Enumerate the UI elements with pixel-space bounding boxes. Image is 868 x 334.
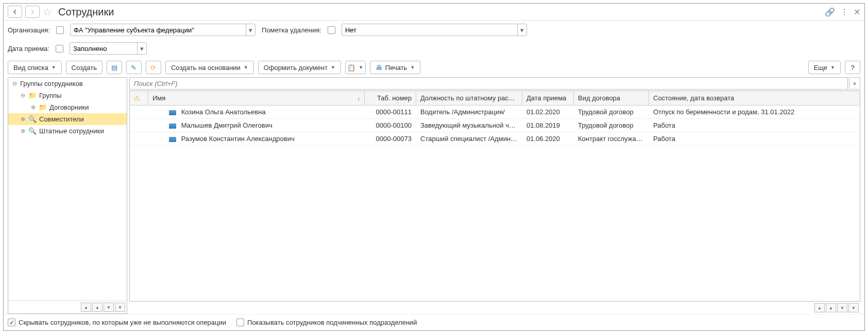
expand-icon[interactable]: ⊕ — [20, 128, 26, 134]
tree-label: Группы сотрудников — [20, 80, 124, 87]
more-button[interactable]: Еще ▼ — [808, 61, 841, 74]
tree-nav-top[interactable]: ▲ — [81, 303, 91, 312]
search-row: × — [129, 77, 860, 90]
printer-icon: 🖶 — [376, 64, 382, 72]
create-based-button[interactable]: Создать на основании ▼ — [165, 61, 254, 74]
tree-staff[interactable]: ⊕ 🔍 Штатные сотрудники — [8, 125, 127, 137]
search-clear-button[interactable]: × — [849, 77, 860, 90]
refresh-button[interactable]: ⟳ — [146, 61, 161, 74]
date-cell: 01.06.2020 — [522, 132, 574, 145]
date-column-header[interactable]: Дата приема — [522, 91, 574, 105]
date-filter-combo[interactable]: ▾ — [70, 42, 147, 55]
state-column-header[interactable]: Состояние, дата возврата — [649, 91, 860, 105]
org-filter-combo[interactable]: ▾ — [70, 24, 256, 36]
state-cell: Работа — [649, 119, 860, 132]
tree-root[interactable]: ⊖ Группы сотрудников — [8, 78, 127, 90]
collapse-icon[interactable]: ⊖ — [20, 92, 26, 99]
org-filter-input[interactable] — [71, 24, 246, 36]
print-button[interactable]: 🖶 Печать ▼ — [370, 61, 421, 74]
tree-groups[interactable]: ⊖ 📁 Группы — [8, 90, 127, 101]
warn-cell — [130, 132, 148, 145]
pos-column-header[interactable]: Должность по штатному распис... — [416, 91, 522, 105]
expand-icon[interactable]: ⊕ — [20, 116, 26, 122]
name-cell: Козина Ольга Анатольевна — [148, 106, 365, 118]
del-filter-label: Пометка удаления: — [262, 26, 321, 34]
date-filter-input[interactable] — [70, 43, 137, 54]
tree-contractors[interactable]: ⊕ 📁 Договорники — [8, 101, 127, 113]
del-filter-checkbox[interactable] — [328, 26, 335, 34]
sort-asc-icon: ↓ — [358, 95, 361, 101]
org-filter-checkbox[interactable] — [56, 26, 64, 34]
nav-forward-button[interactable] — [25, 6, 40, 18]
view-type-button[interactable]: Вид списка ▼ — [8, 61, 62, 74]
grid-row[interactable]: Козина Ольга Анатольевна 0000-00111 Води… — [130, 106, 860, 119]
org-filter-dropdown-icon[interactable]: ▾ — [246, 24, 255, 36]
grid-nav-bottom[interactable]: ▼ — [848, 303, 859, 312]
link-icon[interactable]: 🔗 — [825, 7, 835, 17]
org-filter-label: Организация: — [8, 26, 50, 34]
main-toolbar: Вид списка ▼ Создать ▤ ✎ ⟳ Создать на ос… — [4, 58, 864, 77]
help-button[interactable]: ? — [845, 61, 860, 74]
pos-cell: Водитель /Администрация/ — [416, 106, 522, 118]
warn-cell — [130, 119, 148, 132]
pencil-icon: ✎ — [131, 64, 137, 72]
tree-parttime[interactable]: ⊕ 🔍 Совместители — [8, 113, 127, 125]
search-input[interactable] — [129, 77, 848, 90]
name-cell: Малышев Дмитрий Олегович — [148, 119, 365, 132]
main-window: ☆ Сотрудники 🔗 ⋮ ✕ Организация: ▾ Пометк… — [3, 3, 865, 331]
del-filter-input[interactable] — [342, 24, 517, 36]
bottom-options: Скрывать сотрудников, по которым уже не … — [4, 314, 864, 330]
make-doc-button[interactable]: Оформить документ ▼ — [258, 61, 341, 74]
tree-nav-up[interactable]: ▲ — [92, 303, 103, 312]
create-based-label: Создать на основании — [171, 64, 241, 72]
filter-bar-2: Дата приема: ▾ — [4, 39, 864, 58]
menu-dots-icon[interactable]: ⋮ — [840, 7, 848, 17]
col-date-label: Дата приема — [526, 94, 566, 102]
hide-inactive-checkbox[interactable] — [8, 319, 15, 326]
name-value: Козина Ольга Анатольевна — [181, 108, 266, 116]
type-column-header[interactable]: Вид договора — [574, 91, 649, 105]
edit-button[interactable]: ✎ — [126, 61, 142, 74]
date-filter-checkbox[interactable] — [56, 45, 63, 52]
tab-cell: 0000-00073 — [365, 132, 416, 145]
grid-nav-up[interactable]: ▲ — [826, 303, 836, 312]
del-filter-dropdown-icon[interactable]: ▾ — [517, 24, 526, 36]
close-icon[interactable]: ✕ — [854, 7, 860, 17]
page-title: Сотрудники — [58, 6, 822, 18]
list-mode-button[interactable]: ▤ — [107, 61, 122, 74]
nav-back-button[interactable] — [8, 6, 22, 18]
warn-column-header[interactable]: ⚠ — [130, 91, 148, 105]
refresh-icon: ⟳ — [150, 64, 156, 72]
grid-header: ⚠ Имя ↓ Таб. номер Должность по штатному… — [130, 91, 860, 106]
del-filter-combo[interactable]: ▾ — [342, 24, 527, 36]
list-icon: ▤ — [111, 64, 117, 72]
create-button[interactable]: Создать — [66, 61, 103, 74]
magnifier-icon: 🔍 — [28, 115, 37, 123]
expand-icon[interactable]: ⊕ — [30, 104, 36, 111]
grid-row[interactable]: Разумов Константин Александрович 0000-00… — [130, 132, 860, 146]
create-label: Создать — [72, 64, 97, 72]
show-sub-checkbox[interactable] — [236, 319, 244, 326]
copy-icon: 📋 — [347, 64, 355, 72]
chevron-down-icon: ▼ — [244, 65, 248, 70]
titlebar: ☆ Сотрудники 🔗 ⋮ ✕ — [4, 4, 864, 21]
view-type-label: Вид списка — [13, 64, 48, 72]
grid-row[interactable]: Малышев Дмитрий Олегович 0000-00100 Заве… — [130, 119, 860, 132]
state-cell: Работа — [649, 132, 860, 145]
collapse-icon[interactable]: ⊖ — [11, 80, 18, 87]
grid-nav-top[interactable]: ▲ — [814, 303, 825, 312]
date-filter-dropdown-icon[interactable]: ▾ — [137, 43, 146, 54]
name-column-header[interactable]: Имя ↓ — [148, 91, 365, 105]
grid-nav-down[interactable]: ▼ — [837, 303, 847, 312]
warning-icon: ⚠ — [134, 94, 140, 102]
favorite-star-icon[interactable]: ☆ — [43, 6, 52, 18]
tree-nav-down[interactable]: ▼ — [104, 303, 114, 312]
date-cell: 01.02.2020 — [522, 106, 574, 118]
tree-body: ⊖ Группы сотрудников ⊖ 📁 Группы ⊕ 📁 Дого… — [8, 78, 127, 301]
type-cell: Трудовой договор — [574, 106, 649, 118]
tab-column-header[interactable]: Таб. номер — [365, 91, 416, 105]
chevron-down-icon: ▼ — [359, 65, 363, 70]
copy-button[interactable]: 📋 ▼ — [345, 61, 366, 74]
grid-nav: ▲ ▲ ▼ ▼ — [129, 302, 860, 314]
tree-nav-bottom[interactable]: ▼ — [115, 303, 125, 312]
